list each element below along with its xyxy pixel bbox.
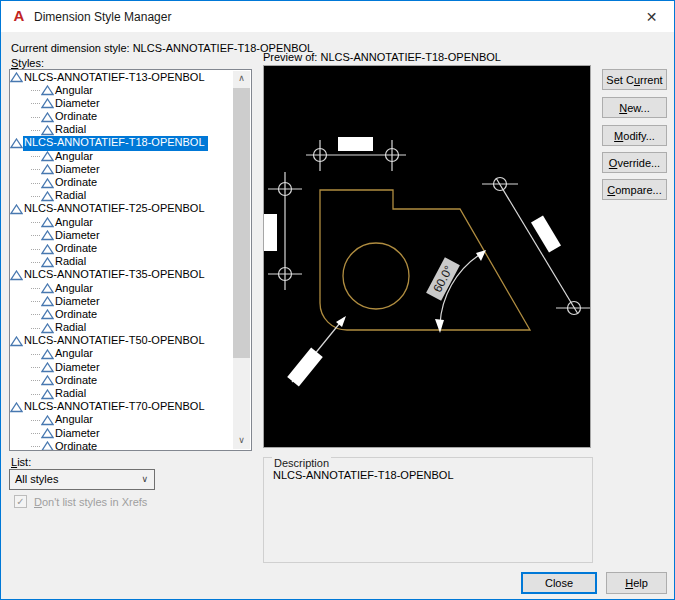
tree-item-style[interactable]: NLCS-ANNOTATIEF-T13-OPENBOL xyxy=(10,71,233,84)
tree-item-substyle[interactable]: Ordinate xyxy=(10,440,233,450)
styles-label: Styles: xyxy=(11,57,44,69)
tree-item-substyle[interactable]: Ordinate xyxy=(10,374,233,387)
set-current-button[interactable]: Set Current xyxy=(602,69,667,90)
tree-connector xyxy=(31,117,40,118)
tree-item-substyle[interactable]: Angular xyxy=(10,414,233,427)
tree-connector xyxy=(31,301,40,302)
tree-subitem-label: Ordinate xyxy=(54,440,100,450)
dimension-style-icon xyxy=(41,362,54,373)
tree-connector xyxy=(31,328,40,329)
window-title: Dimension Style Manager xyxy=(34,10,171,24)
tree-item-substyle[interactable]: Diameter xyxy=(10,427,233,440)
tree-item-label: NLCS-ANNOTATIEF-T13-OPENBOL xyxy=(23,71,208,85)
preview-drawing: 60.0° xyxy=(264,66,590,447)
tree-subitem-label: Ordinate xyxy=(54,110,100,124)
tree-item-substyle[interactable]: Ordinate xyxy=(10,308,233,321)
tree-item-substyle[interactable]: Diameter xyxy=(10,295,233,308)
tree-item-substyle[interactable]: Ordinate xyxy=(10,111,233,124)
override-button[interactable]: Override... xyxy=(602,152,667,173)
tree-item-label: NLCS-ANNOTATIEF-T25-OPENBOL xyxy=(23,202,208,216)
window-close-button[interactable]: ✕ xyxy=(629,1,674,32)
tree-item-substyle[interactable]: Angular xyxy=(10,216,233,229)
tree-connector xyxy=(31,420,40,421)
tree-item-style[interactable]: NLCS-ANNOTATIEF-T18-OPENBOL xyxy=(10,137,233,150)
tree-subitem-label: Diameter xyxy=(54,97,103,111)
current-style-label: Current dimension style: xyxy=(11,42,130,54)
dimension-style-icon xyxy=(41,375,54,386)
tree-item-substyle[interactable]: Radial xyxy=(10,124,233,137)
tree-item-substyle[interactable]: Angular xyxy=(10,84,233,97)
tree-item-substyle[interactable]: Diameter xyxy=(10,97,233,110)
tree-item-substyle[interactable]: Radial xyxy=(10,388,233,401)
tree-item-substyle[interactable]: Angular xyxy=(10,348,233,361)
tree-subitem-label: Radial xyxy=(54,123,89,137)
autocad-logo-icon: A xyxy=(10,7,28,25)
list-filter-dropdown[interactable]: All styles ∨ xyxy=(9,469,155,490)
scrollbar-thumb[interactable] xyxy=(233,88,250,358)
tree-connector xyxy=(31,235,40,236)
tree-item-substyle[interactable]: Radial xyxy=(10,322,233,335)
tree-item-substyle[interactable]: Ordinate xyxy=(10,177,233,190)
tree-item-substyle[interactable]: Angular xyxy=(10,150,233,163)
scroll-up-button[interactable]: ∧ xyxy=(233,71,250,87)
tree-item-style[interactable]: NLCS-ANNOTATIEF-T25-OPENBOL xyxy=(10,203,233,216)
close-button[interactable]: Close xyxy=(521,572,597,594)
tree-item-substyle[interactable]: Ordinate xyxy=(10,242,233,255)
tree-connector xyxy=(31,156,40,157)
dimension-style-icon xyxy=(10,336,23,347)
tree-item-substyle[interactable]: Radial xyxy=(10,256,233,269)
tree-subitem-label: Radial xyxy=(54,189,89,203)
new-button[interactable]: New... xyxy=(602,97,667,118)
tree-connector xyxy=(31,222,40,223)
tree-connector xyxy=(31,367,40,368)
tree-item-substyle[interactable]: Diameter xyxy=(10,163,233,176)
tree-connector xyxy=(31,90,40,91)
dimension-style-icon xyxy=(41,178,54,189)
help-button[interactable]: Help xyxy=(606,572,667,594)
dimension-style-icon xyxy=(41,191,54,202)
styles-listbox[interactable]: NLCS-ANNOTATIEF-T13-OPENBOLAngularDiamet… xyxy=(9,69,252,451)
tree-connector xyxy=(31,249,40,250)
modify-button[interactable]: Modify... xyxy=(602,125,667,146)
tree-connector xyxy=(31,288,40,289)
tree-subitem-label: Angular xyxy=(54,216,96,230)
tree-connector xyxy=(31,183,40,184)
xref-checkbox[interactable]: ✓ xyxy=(14,495,27,508)
styles-tree: NLCS-ANNOTATIEF-T13-OPENBOLAngularDiamet… xyxy=(10,71,233,450)
tree-subitem-label: Angular xyxy=(54,84,96,98)
xref-checkbox-label: Don't list styles in Xrefs xyxy=(34,495,147,509)
dimension-style-icon xyxy=(10,270,23,281)
dimension-style-icon xyxy=(10,402,23,413)
dimension-style-icon xyxy=(41,309,54,320)
dimension-style-icon xyxy=(41,112,54,123)
tree-item-substyle[interactable]: Angular xyxy=(10,282,233,295)
tree-item-substyle[interactable]: Diameter xyxy=(10,229,233,242)
tree-item-style[interactable]: NLCS-ANNOTATIEF-T70-OPENBOL xyxy=(10,401,233,414)
tree-item-label: NLCS-ANNOTATIEF-T35-OPENBOL xyxy=(23,268,208,282)
tree-connector xyxy=(31,380,40,381)
tree-item-style[interactable]: NLCS-ANNOTATIEF-T50-OPENBOL xyxy=(10,335,233,348)
compare-button[interactable]: Compare... xyxy=(602,179,667,200)
tree-item-style[interactable]: NLCS-ANNOTATIEF-T35-OPENBOL xyxy=(10,269,233,282)
scroll-down-button[interactable]: ∨ xyxy=(233,433,250,449)
dimension-style-icon xyxy=(10,204,23,215)
tree-subitem-label: Radial xyxy=(54,255,89,269)
description-title: Description xyxy=(272,457,331,469)
dimension-style-icon xyxy=(41,441,54,450)
chevron-down-icon: ∨ xyxy=(141,470,148,489)
dimension-style-icon xyxy=(41,389,54,400)
tree-subitem-label: Angular xyxy=(54,413,96,427)
list-label: List: xyxy=(11,456,31,468)
scrollbar[interactable]: ∧ ∨ xyxy=(233,71,250,449)
dimension-style-icon xyxy=(41,283,54,294)
tree-subitem-label: Diameter xyxy=(54,295,103,309)
tree-item-label: NLCS-ANNOTATIEF-T18-OPENBOL xyxy=(23,136,208,150)
dimension-style-icon xyxy=(41,349,54,360)
dimension-style-icon xyxy=(41,85,54,96)
tree-item-substyle[interactable]: Radial xyxy=(10,190,233,203)
dimension-style-icon xyxy=(41,244,54,255)
tree-subitem-label: Radial xyxy=(54,321,89,335)
tree-item-substyle[interactable]: Diameter xyxy=(10,361,233,374)
tree-subitem-label: Ordinate xyxy=(54,308,100,322)
tree-subitem-label: Diameter xyxy=(54,163,103,177)
